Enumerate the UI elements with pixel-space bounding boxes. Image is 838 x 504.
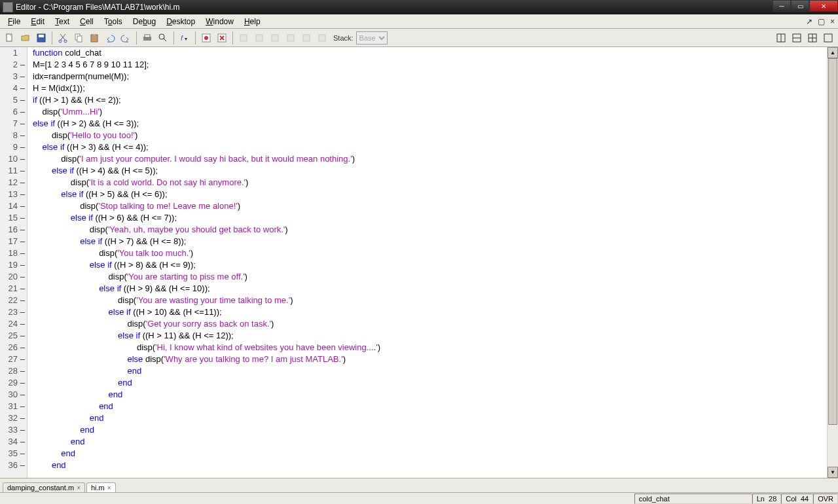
tab-damping-constant[interactable]: damping_constant.m × [3, 482, 85, 492]
mdi-close-icon[interactable]: × [828, 17, 837, 26]
line-number[interactable]: 13– [0, 189, 27, 200]
code-line[interactable]: if ((H > 1) && (H <= 2)); [33, 94, 827, 106]
save-button[interactable] [34, 31, 48, 45]
code-line[interactable]: end [33, 424, 827, 436]
line-number[interactable]: 22– [0, 295, 27, 306]
code-line[interactable]: else if ((H > 3) && (H <= 4)); [33, 141, 827, 153]
function-button[interactable]: f▾ [177, 31, 192, 45]
maximize-button[interactable]: ▭ [791, 0, 809, 12]
menu-window[interactable]: Window [200, 16, 239, 27]
line-number[interactable]: 12– [0, 177, 27, 189]
line-number[interactable]: 17– [0, 236, 27, 247]
code-line[interactable]: else if ((H > 4) && (H <= 5)); [33, 165, 827, 177]
code-line[interactable]: disp('It is a cold world. Do not say hi … [33, 177, 827, 189]
code-line[interactable]: else if ((H > 6) && (H <= 7)); [33, 212, 827, 224]
line-number[interactable]: 31– [0, 401, 27, 412]
code-area[interactable]: function cold_chatM=[1 2 3 4 5 6 7 8 9 1… [27, 47, 827, 478]
new-file-button[interactable] [3, 31, 17, 45]
line-number[interactable]: 6– [0, 106, 27, 118]
cut-button[interactable] [56, 31, 70, 45]
line-number[interactable]: 1 [0, 47, 27, 59]
code-line[interactable]: disp('You are wasting your time talking … [33, 295, 827, 306]
code-line[interactable]: end [33, 389, 827, 401]
tab-close-icon[interactable]: × [77, 484, 81, 492]
line-gutter[interactable]: 1 2–3–4–5–6–7–8–9–10–11–12–13–14–15–16–1… [0, 47, 27, 478]
set-breakpoint-button[interactable] [199, 31, 213, 45]
minimize-button[interactable]: ─ [773, 0, 791, 12]
line-number[interactable]: 20– [0, 271, 27, 283]
line-number[interactable]: 26– [0, 342, 27, 353]
code-line[interactable]: end [33, 377, 827, 389]
redo-button[interactable] [118, 31, 133, 45]
line-number[interactable]: 34– [0, 436, 27, 448]
menu-text[interactable]: Text [50, 16, 75, 27]
code-line[interactable]: else if ((H > 7) && (H <= 8)); [33, 236, 827, 247]
menu-cell[interactable]: Cell [75, 16, 99, 27]
layout-3-button[interactable] [805, 31, 820, 45]
code-line[interactable]: disp('I am just your computer. I would s… [33, 153, 827, 165]
menu-file[interactable]: File [3, 16, 26, 27]
code-line[interactable]: disp('Get your sorry ass back on task.') [33, 318, 827, 330]
line-number[interactable]: 29– [0, 377, 27, 389]
line-number[interactable]: 28– [0, 365, 27, 377]
line-number[interactable]: 35– [0, 448, 27, 459]
code-line[interactable]: disp('Hello to you too!') [33, 130, 827, 141]
code-line[interactable]: end [33, 401, 827, 412]
code-line[interactable]: disp('You are starting to piss me off.') [33, 271, 827, 283]
code-line[interactable]: disp('Yeah, uh, maybe you should get bac… [33, 224, 827, 236]
code-line[interactable]: end [33, 436, 827, 448]
tab-close-icon[interactable]: × [107, 484, 111, 492]
scroll-thumb[interactable] [828, 58, 837, 425]
line-number[interactable]: 8– [0, 130, 27, 141]
line-number[interactable]: 27– [0, 353, 27, 365]
code-line[interactable]: M=[1 2 3 4 5 6 7 8 9 10 11 12]; [33, 59, 827, 71]
line-number[interactable]: 10– [0, 153, 27, 165]
undock-icon[interactable]: ↗ [804, 17, 814, 26]
line-number[interactable]: 23– [0, 306, 27, 318]
code-line[interactable]: else disp('Why are you talking to me? I … [33, 353, 827, 365]
code-line[interactable]: end [33, 365, 827, 377]
go-until-button[interactable] [299, 31, 314, 45]
code-line[interactable]: else if ((H > 5) && (H <= 6)); [33, 189, 827, 200]
code-line[interactable]: else if ((H > 2) && (H <= 3)); [33, 118, 827, 130]
code-line[interactable]: end [33, 412, 827, 424]
line-number[interactable]: 30– [0, 389, 27, 401]
menu-help[interactable]: Help [239, 16, 266, 27]
stack-select[interactable]: Base [356, 31, 388, 45]
code-line[interactable]: disp('You talk too much.') [33, 247, 827, 259]
find-button[interactable] [156, 31, 170, 45]
close-button[interactable]: ✕ [809, 0, 838, 12]
layout-1-button[interactable] [774, 31, 788, 45]
code-line[interactable]: idx=randperm(numel(M)); [33, 71, 827, 82]
code-line[interactable]: else if ((H > 8) && (H <= 9)); [33, 259, 827, 271]
code-line[interactable]: function cold_chat [33, 47, 827, 59]
line-number[interactable]: 32– [0, 412, 27, 424]
line-number[interactable]: 15– [0, 212, 27, 224]
continue-button[interactable] [283, 31, 298, 45]
step-in-button[interactable] [252, 31, 266, 45]
undo-button[interactable] [103, 31, 117, 45]
line-number[interactable]: 3– [0, 71, 27, 82]
vertical-scrollbar[interactable]: ▲ ▼ [827, 47, 838, 478]
clear-breakpoint-button[interactable] [215, 31, 229, 45]
line-number[interactable]: 9– [0, 141, 27, 153]
line-number[interactable]: 4– [0, 82, 27, 94]
layout-4-button[interactable] [821, 31, 835, 45]
scroll-up-button[interactable]: ▲ [828, 47, 838, 58]
dock-icon[interactable]: ▢ [816, 17, 827, 26]
code-line[interactable]: disp('Hi, I know what kind of websites y… [33, 342, 827, 353]
code-line[interactable]: disp('Stop talking to me! Leave me alone… [33, 200, 827, 212]
print-button[interactable] [140, 31, 155, 45]
open-file-button[interactable] [18, 31, 33, 45]
line-number[interactable]: 7– [0, 118, 27, 130]
step-button[interactable] [236, 31, 251, 45]
scroll-down-button[interactable]: ▼ [828, 467, 838, 478]
line-number[interactable]: 19– [0, 259, 27, 271]
menu-tools[interactable]: Tools [99, 16, 128, 27]
line-number[interactable]: 16– [0, 224, 27, 236]
code-line[interactable]: else if ((H > 9) && (H <= 10)); [33, 283, 827, 295]
menu-desktop[interactable]: Desktop [161, 16, 200, 27]
code-line[interactable]: end [33, 448, 827, 459]
line-number[interactable]: 36– [0, 459, 27, 471]
tab-hi[interactable]: hi.m × [86, 482, 116, 492]
